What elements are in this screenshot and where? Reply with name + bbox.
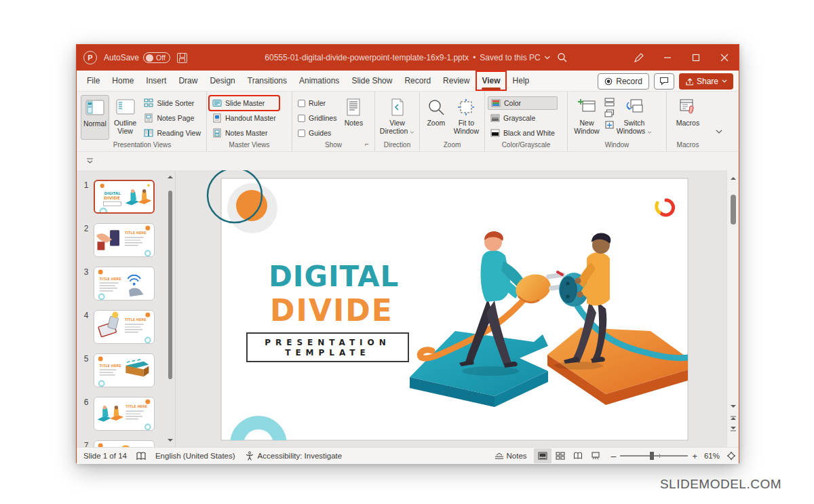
zoom-out-button[interactable]: – <box>611 450 617 461</box>
tab-review[interactable]: Review <box>437 71 476 91</box>
view-direction-button[interactable]: View Direction <box>378 95 416 140</box>
next-slide-icon[interactable] <box>730 425 737 432</box>
color-button[interactable]: Color <box>488 96 558 110</box>
thumbnail-preview <box>94 441 154 447</box>
scroll-down-icon[interactable] <box>730 404 737 409</box>
collapse-ribbon-icon[interactable] <box>709 92 729 151</box>
tab-view[interactable]: View <box>476 71 506 91</box>
tab-file[interactable]: File <box>81 71 106 91</box>
new-window-button[interactable]: New Window <box>570 95 603 140</box>
normal-view-button[interactable]: Normal <box>81 95 109 140</box>
tab-help[interactable]: Help <box>507 71 536 91</box>
view-slide-sorter-button[interactable] <box>551 448 569 463</box>
scroll-down-icon[interactable] <box>167 438 174 443</box>
slide-master-button[interactable]: Slide Master <box>210 96 279 110</box>
slide-thumbnail-5[interactable]: TITLE HERE <box>94 353 155 387</box>
slide-canvas: DIGITAL DIVIDE PRESENTATION TEMPLATE <box>176 170 739 447</box>
slide-thumbnail-4[interactable]: TITLE HERE <box>94 310 155 344</box>
slide-thumbnail-3[interactable]: TITLE HERE <box>94 267 155 301</box>
notes-icon <box>343 97 364 117</box>
group-label-color-grayscale: Color/Grayscale <box>485 141 567 151</box>
view-reading-button[interactable] <box>569 448 587 463</box>
maximize-button[interactable] <box>682 45 710 71</box>
comment-icon <box>659 77 669 85</box>
thumbnail-number: 7 <box>82 440 90 447</box>
pen-icon[interactable] <box>625 45 653 71</box>
zoom-icon <box>426 97 446 117</box>
tab-slideshow[interactable]: Slide Show <box>345 71 398 91</box>
view-slideshow-button[interactable] <box>587 448 604 463</box>
move-split-icon[interactable] <box>604 121 615 130</box>
ruler-checkbox[interactable]: Ruler <box>295 96 339 110</box>
comments-button[interactable] <box>654 73 674 90</box>
cascade-windows-icon[interactable] <box>604 109 615 118</box>
scrollbar-thumb[interactable] <box>731 195 736 225</box>
fit-slide-icon[interactable] <box>726 451 736 461</box>
notes-toggle[interactable]: Notes <box>495 452 527 460</box>
share-button[interactable]: Share <box>679 73 733 90</box>
scrollbar-thumb[interactable] <box>168 191 172 379</box>
zoom-level[interactable]: 61% <box>704 452 720 460</box>
thumbnail-scrollbar[interactable] <box>167 174 174 443</box>
switch-windows-button[interactable]: Switch Windows <box>616 95 653 140</box>
slide-subtitle-box[interactable]: PRESENTATION TEMPLATE <box>246 332 409 362</box>
scroll-up-icon[interactable] <box>730 176 737 181</box>
guides-checkbox[interactable]: Guides <box>295 126 339 140</box>
macros-button[interactable]: Macros <box>671 95 705 140</box>
slide-title-digital[interactable]: DIGITAL <box>269 260 399 293</box>
minimize-button[interactable] <box>653 45 682 71</box>
autosave-toggle[interactable]: Off <box>143 52 170 63</box>
record-button[interactable]: Record <box>598 73 649 90</box>
ribbon-collapse-icon[interactable] <box>86 158 94 164</box>
checkbox-icon <box>298 130 305 137</box>
zoom-slider-track[interactable] <box>620 455 688 457</box>
handout-master-button[interactable]: Handout Master <box>210 111 279 125</box>
ribbon-tabs: File Home Insert Draw Design Transitions… <box>77 71 739 92</box>
slide-title-divide[interactable]: DIVIDE <box>270 293 393 328</box>
switch-windows-icon <box>624 97 644 117</box>
grayscale-button[interactable]: Grayscale <box>488 111 558 125</box>
zoom-in-button[interactable]: + <box>692 451 697 461</box>
notes-master-button[interactable]: Notes Master <box>210 126 279 140</box>
reading-view-button[interactable]: Reading View <box>141 126 204 140</box>
chevron-down-icon <box>410 131 414 134</box>
tab-transitions[interactable]: Transitions <box>241 71 293 91</box>
search-icon[interactable] <box>557 45 568 71</box>
accessibility-status[interactable]: Accessibility: Investigate <box>258 452 343 460</box>
scroll-up-icon[interactable] <box>167 174 174 180</box>
notes-page-button[interactable]: Notes Page <box>141 111 204 125</box>
arrange-all-icon[interactable] <box>604 98 615 106</box>
tab-home[interactable]: Home <box>106 71 140 91</box>
language-indicator[interactable]: English (United States) <box>155 452 235 460</box>
tab-record[interactable]: Record <box>398 71 437 91</box>
thumbnail-preview: TITLE HERE <box>94 224 154 256</box>
tab-design[interactable]: Design <box>204 71 241 91</box>
slide-thumbnail-6[interactable]: TITLE HERE <box>94 397 155 431</box>
previous-slide-icon[interactable] <box>730 414 737 421</box>
notes-button[interactable]: Notes <box>341 95 366 140</box>
fit-to-window-icon <box>456 97 476 117</box>
tab-animations[interactable]: Animations <box>293 71 345 91</box>
slide-thumbnail-1[interactable]: DIGITAL DIVIDE <box>94 180 155 214</box>
zoom-slider-thumb[interactable] <box>650 452 654 460</box>
gridlines-checkbox[interactable]: Gridlines <box>295 111 339 125</box>
zoom-button[interactable]: Zoom <box>423 95 450 140</box>
group-label-master-views: Master Views <box>207 141 292 151</box>
outline-view-button[interactable]: Outline View <box>111 95 140 140</box>
slide-thumbnail-7[interactable] <box>94 440 155 447</box>
close-button[interactable] <box>710 45 739 71</box>
black-and-white-button[interactable]: Black and White <box>488 126 558 140</box>
zoom-slider[interactable]: – + <box>611 450 697 461</box>
save-icon[interactable] <box>177 53 187 63</box>
view-normal-button[interactable] <box>534 448 551 463</box>
tab-draw[interactable]: Draw <box>172 71 204 91</box>
main-scrollbar[interactable] <box>726 170 739 447</box>
fit-to-window-button[interactable]: Fit to Window <box>451 95 482 140</box>
spellcheck-icon[interactable] <box>136 452 146 461</box>
slide-sorter-button[interactable]: Slide Sorter <box>141 96 204 110</box>
show-dialog-launcher-icon[interactable]: ⌐ <box>365 140 373 149</box>
slide-thumbnail-2[interactable]: TITLE HERE <box>94 223 155 257</box>
saved-status[interactable]: Saved to this PC <box>480 53 540 62</box>
tab-insert[interactable]: Insert <box>140 71 172 91</box>
slide-indicator[interactable]: Slide 1 of 14 <box>83 452 127 460</box>
